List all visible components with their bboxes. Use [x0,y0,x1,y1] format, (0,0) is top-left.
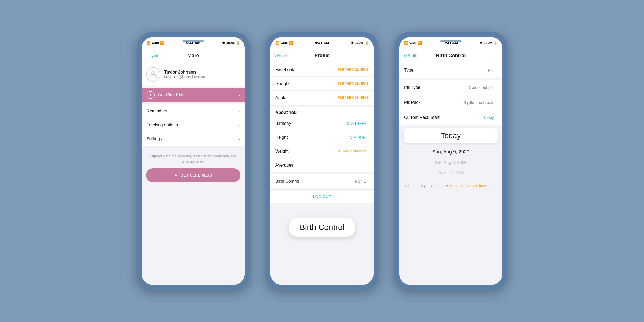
birthday-item[interactable]: Birthday 01/01/1990 › [270,116,374,130]
log-out-button[interactable]: LOG OUT [270,191,374,203]
wifi-icon: 🛜 [160,41,164,45]
clue-plus-label: Get Clue Plus [158,93,184,97]
birth-control-value: NONE › [355,179,369,184]
connections-section: Facebook PLEASE CONNECT Google PLEASE CO… [270,63,374,105]
date-selected-text: Today [441,131,461,140]
phone-speaker-3 [440,40,462,42]
nav-title-3: Birth Control [436,53,466,58]
birth-control-item[interactable]: Birth Control NONE › [270,174,374,188]
height-val: 5 FT 6 IN [350,135,366,140]
date-item-2[interactable]: Sat, Aug 8, 2020 [399,158,502,168]
bc-pill-pack-label: Pill Pack [404,100,420,105]
status-left-3: 📶 Clue 🛜 [404,41,422,45]
bc-type-val: Pill [488,68,493,72]
status-right-1: ✱ 100% 🔋 [222,41,240,45]
date-item-1[interactable]: Sun, Aug 9, 2020 [399,147,502,158]
status-bar-1: 📶 Clue 🛜 9:41 AM ✱ 100% 🔋 [142,37,245,49]
back-button-3[interactable]: ‹ Profile [404,53,418,58]
bc-pack-start-label: Current Pack Start [404,115,440,120]
weight-item[interactable]: Weight PLEASE SELECT › [270,144,374,158]
weight-chevron: › [367,149,369,153]
tooltip-text: Birth Control [300,223,345,232]
profile-info: Taylor Johnson tjohnson@helloclue.com [164,70,205,79]
apple-label: Apple [275,95,286,100]
bc-pack-start-row[interactable]: Current Pack Start Today ^ [399,110,502,125]
birthday-value: 01/01/1990 › [347,121,369,126]
dropdown-arrow-pill-pack: ⌄ [495,101,497,104]
signal-icon-2: 📶 [275,41,279,45]
carrier-label-3: Clue [409,41,416,45]
bc-pill-type-value: Combined pill ⌄ [469,85,497,90]
bc-rows-section: Type Pill ⌄ [399,63,502,78]
apple-item[interactable]: Apple PLEASE CONNECT [270,91,374,105]
reminders-chevron: › [238,108,240,114]
get-clue-plus-button[interactable]: ✦ Get Clue Plus › [142,88,245,102]
birth-control-chevron: › [367,179,369,184]
battery-label-3: 100% [484,41,492,45]
content-3: Type Pill ⌄ Pill Type Combined pill ⌄ [399,63,502,285]
battery-icon-2: 🔋 [365,41,369,45]
birth-control-tooltip: Birth Control [289,218,355,237]
back-button-1[interactable]: ‹ Cycle [146,53,159,58]
date-item-2-text: Sat, Aug 8, 2020 [435,160,467,165]
cta-icon: ✦ [174,173,178,178]
status-right-3: ✱ 100% 🔋 [480,41,497,45]
date-item-3[interactable]: Fri, Aug 7, 2020 [399,168,502,178]
bc-pill-type-label: Pill Type [404,85,420,90]
clue-plus-left: ✦ Get Clue Plus [147,91,184,99]
signal-icon-3: 📶 [404,41,408,45]
tracking-options-label: Tracking options [147,123,178,127]
facebook-item[interactable]: Facebook PLEASE CONNECT [270,63,374,77]
settings-label: Settings [147,137,162,141]
signal-icon: 📶 [147,41,151,45]
date-item-1-text: Sun, Aug 9, 2020 [432,149,469,155]
averages-item[interactable]: Averages › [270,158,374,172]
bluetooth-icon-3: ✱ [480,41,482,45]
google-label: Google [275,81,289,86]
birth-control-section: Birth Control NONE › [270,174,374,188]
bc-note-text: You can only select a date [404,184,449,188]
reminders-label: Reminders [147,109,167,114]
content-1: Taylor Johnson tjohnson@helloclue.com ✦ … [142,63,245,285]
footer-text: Support a female-led team, refusal to se… [142,148,245,168]
bluetooth-icon: ✱ [222,41,225,45]
about-section: About You Birthday 01/01/1990 › Height 5… [270,107,374,172]
back-label-2: More [277,53,287,58]
height-label: Height [275,135,288,140]
battery-label: 100% [226,41,235,45]
height-item[interactable]: Height 5 FT 6 IN › [270,130,374,144]
clue-plus-icon: ✦ [147,91,155,99]
apple-connect: PLEASE CONNECT [338,96,369,100]
reminders-menu-item[interactable]: Reminders › [142,104,245,118]
phone-more: 📶 Clue 🛜 9:41 AM ✱ 100% 🔋 ‹ Cycle More [137,32,250,290]
battery-label-2: 100% [355,41,363,45]
back-label-3: Profile [406,53,418,58]
back-button-2[interactable]: ‹ More [275,53,287,58]
profile-section: Taylor Johnson tjohnson@helloclue.com [142,63,245,86]
bc-pill-pack-row[interactable]: Pill Pack 28 pills - no break ⌄ [399,95,502,110]
bc-note: You can only select a date within the la… [399,178,502,194]
carrier-label: Clue [152,41,159,45]
date-list: Sun, Aug 9, 2020 Sat, Aug 8, 2020 Fri, A… [399,147,502,178]
tracking-options-menu-item[interactable]: Tracking options › [142,118,245,132]
bc-type-row[interactable]: Type Pill ⌄ [399,63,502,78]
bc-pill-pack-value: 28 pills - no break ⌄ [462,100,497,105]
weight-value: PLEASE SELECT › [338,149,369,153]
settings-menu-item[interactable]: Settings › [142,132,245,146]
menu-section: Reminders › Tracking options › Settings … [142,104,245,146]
date-item-3-text: Fri, Aug 7, 2020 [438,171,464,175]
facebook-connect: PLEASE CONNECT [338,68,369,72]
back-label-1: Cycle [148,53,159,58]
nav-bar-2: ‹ More Profile [270,49,374,63]
chevron-left-icon-2: ‹ [275,53,276,58]
get-clue-plus-cta-button[interactable]: ✦ GET CLUE PLUS [146,168,240,182]
weight-val: PLEASE SELECT [338,149,366,153]
bc-pill-type-row[interactable]: Pill Type Combined pill ⌄ [399,80,502,95]
bc-type-value: Pill ⌄ [488,68,497,72]
nav-title-1: More [187,53,199,58]
averages-label: Averages [275,163,293,168]
google-item[interactable]: Google PLEASE CONNECT [270,77,374,91]
tracking-options-chevron: › [238,122,240,128]
status-left-2: 📶 Clue 🛜 [275,41,293,45]
date-picker-today[interactable]: Today [404,128,498,143]
